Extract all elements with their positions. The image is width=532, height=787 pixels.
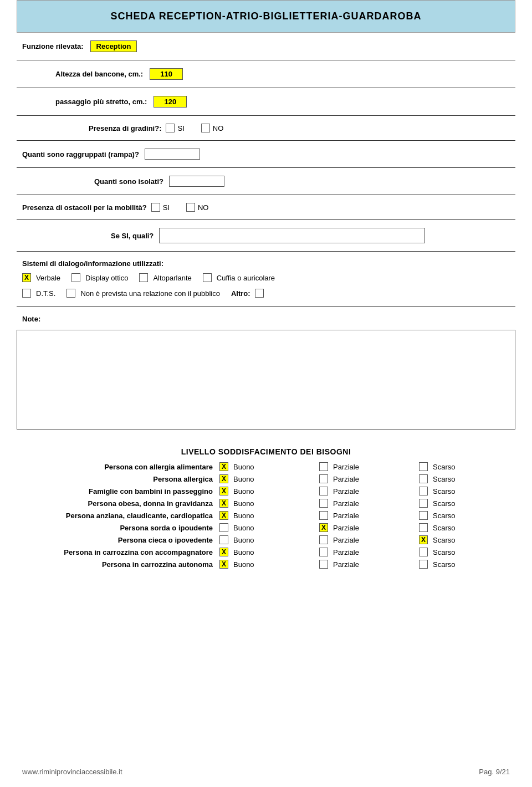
sat-row-label: Persona sorda o ipoudente: [17, 522, 216, 534]
note-label: Note:: [22, 315, 40, 323]
sat-scarso-checkbox[interactable]: [419, 523, 428, 532]
sat-scarso-checkbox[interactable]: X: [419, 535, 428, 544]
sat-parziale-checkbox[interactable]: [319, 535, 328, 544]
sat-buono-checkbox[interactable]: [219, 523, 228, 532]
sistemi-title: Sistemi di dialogo/informazione utilizza…: [22, 259, 163, 268]
sat-row-label: Famiglie con bambini in passeggino: [17, 485, 216, 497]
raggruppati-label: Quanti sono raggruppati (rampa)?: [22, 150, 139, 159]
sat-buono-checkbox[interactable]: X: [219, 548, 228, 556]
display-checkbox[interactable]: [71, 273, 80, 282]
altoparlante-checkbox[interactable]: [139, 273, 148, 282]
altezza-row: Altezza del bancone, cm.: 110: [17, 66, 515, 82]
verbale-checkbox[interactable]: X: [22, 273, 31, 282]
sat-scarso-label: Scarso: [433, 524, 463, 532]
altro-checkbox[interactable]: [255, 289, 264, 298]
sat-buono-checkbox[interactable]: X: [219, 487, 228, 495]
sat-scarso-checkbox[interactable]: [419, 511, 428, 520]
sat-parziale-label: Parziale: [333, 487, 364, 495]
notes-input[interactable]: [17, 330, 515, 430]
sat-buono-label: Buono: [233, 524, 264, 532]
sat-parziale-label: Parziale: [333, 463, 364, 471]
passaggio-section: passaggio più stretto, cm.: 120: [17, 88, 515, 116]
sat-buono-cell: XBuono: [216, 461, 316, 473]
sat-parziale-cell: Parziale: [316, 497, 416, 509]
satisfaction-row: Persona allergicaXBuonoParzialeScarso: [17, 473, 515, 485]
note-section: Note:: [17, 307, 515, 440]
dts-checkbox[interactable]: [22, 289, 31, 298]
isolati-section: Quanti sono isolati?: [17, 168, 515, 195]
ostacoli-no-checkbox[interactable]: [186, 203, 195, 212]
sat-buono-checkbox[interactable]: X: [219, 474, 228, 483]
sat-scarso-label: Scarso: [433, 463, 463, 471]
gradini-no-checkbox[interactable]: [201, 124, 210, 132]
ostacoli-si-checkbox[interactable]: [151, 203, 160, 212]
sat-scarso-cell: Scarso: [416, 546, 515, 558]
sat-scarso-label: Scarso: [433, 512, 463, 520]
satisfaction-table: Persona con allergia alimentareXBuonoPar…: [17, 461, 515, 570]
sat-scarso-checkbox[interactable]: [419, 548, 428, 556]
ostacoli-row: Presenza di ostacoli per la mobilità? SI…: [17, 201, 515, 214]
sat-buono-label: Buono: [233, 548, 264, 556]
passaggio-value: 120: [154, 96, 187, 108]
sat-scarso-checkbox[interactable]: [419, 499, 428, 508]
se-si-section: Se SI, quali?: [17, 220, 515, 252]
sat-buono-checkbox[interactable]: [219, 535, 228, 544]
sat-row-label: Persona obesa, donna in gravidanza: [17, 497, 216, 509]
sat-scarso-label: Scarso: [433, 560, 463, 569]
satisfaction-row: Persona anziana, claudicante, cardiopati…: [17, 509, 515, 522]
sat-buono-checkbox[interactable]: X: [219, 560, 228, 569]
sat-parziale-label: Parziale: [333, 499, 364, 508]
sat-parziale-checkbox[interactable]: [319, 511, 328, 520]
isolati-row: Quanti sono isolati?: [17, 173, 515, 189]
se-si-label: Se SI, quali?: [111, 232, 154, 240]
raggruppati-input[interactable]: [145, 149, 200, 160]
sat-parziale-checkbox[interactable]: [319, 560, 328, 569]
funzione-section: Funzione rilevata: Reception: [17, 33, 515, 60]
sat-row-label: Persona allergica: [17, 473, 216, 485]
altezza-value: 110: [150, 68, 183, 80]
sat-parziale-checkbox[interactable]: [319, 487, 328, 495]
non-prevista-checkbox[interactable]: [66, 289, 75, 298]
sat-buono-checkbox[interactable]: X: [219, 462, 228, 471]
sat-scarso-checkbox[interactable]: [419, 560, 428, 569]
satisfaction-section: LIVELLO SODDISFACIMENTO DEI BISOGNI Pers…: [17, 440, 515, 570]
sat-parziale-checkbox[interactable]: [319, 499, 328, 508]
sat-buono-cell: XBuono: [216, 558, 316, 570]
satisfaction-row: Persona cieca o ipovedenteBuonoParzialeX…: [17, 534, 515, 546]
gradini-si-label: SI: [177, 124, 184, 132]
se-si-input[interactable]: [159, 228, 425, 243]
gradini-label: Presenza di gradini?:: [89, 124, 161, 132]
sat-row-label: Persona con allergia alimentare: [17, 461, 216, 473]
sat-buono-cell: Buono: [216, 522, 316, 534]
isolati-input[interactable]: [169, 176, 224, 187]
page-header: SCHEDA RECEPTION-ATRIO-BIGLIETTERIA-GUAR…: [17, 0, 515, 33]
sat-scarso-cell: Scarso: [416, 522, 515, 534]
header-title: SCHEDA RECEPTION-ATRIO-BIGLIETTERIA-GUAR…: [111, 11, 422, 22]
sat-parziale-checkbox[interactable]: [319, 474, 328, 483]
satisfaction-row: Persona obesa, donna in gravidanzaXBuono…: [17, 497, 515, 509]
dts-label: D.T.S.: [36, 289, 55, 298]
sat-buono-checkbox[interactable]: X: [219, 499, 228, 508]
passaggio-row: passaggio più stretto, cm.: 120: [17, 94, 515, 110]
sat-buono-label: Buono: [233, 487, 264, 495]
cuffia-checkbox[interactable]: [203, 273, 212, 282]
sat-scarso-cell: Scarso: [416, 485, 515, 497]
sat-parziale-checkbox[interactable]: [319, 462, 328, 471]
altro-label: Altro:: [231, 289, 250, 298]
sat-scarso-checkbox[interactable]: [419, 462, 428, 471]
sat-parziale-checkbox[interactable]: X: [319, 523, 328, 532]
sat-scarso-label: Scarso: [433, 536, 463, 544]
sat-scarso-checkbox[interactable]: [419, 487, 428, 495]
gradini-si-checkbox[interactable]: [166, 124, 175, 132]
passaggio-label: passaggio più stretto, cm.:: [55, 98, 147, 106]
sat-parziale-cell: Parziale: [316, 461, 416, 473]
funzione-row: Funzione rilevata: Reception: [17, 38, 515, 54]
sat-parziale-checkbox[interactable]: [319, 548, 328, 556]
sat-scarso-checkbox[interactable]: [419, 474, 428, 483]
isolati-label: Quanti sono isolati?: [94, 177, 163, 186]
sat-buono-cell: XBuono: [216, 485, 316, 497]
sat-buono-checkbox[interactable]: X: [219, 511, 228, 520]
page: SCHEDA RECEPTION-ATRIO-BIGLIETTERIA-GUAR…: [0, 0, 532, 787]
sat-parziale-label: Parziale: [333, 475, 364, 483]
sat-buono-cell: XBuono: [216, 497, 316, 509]
